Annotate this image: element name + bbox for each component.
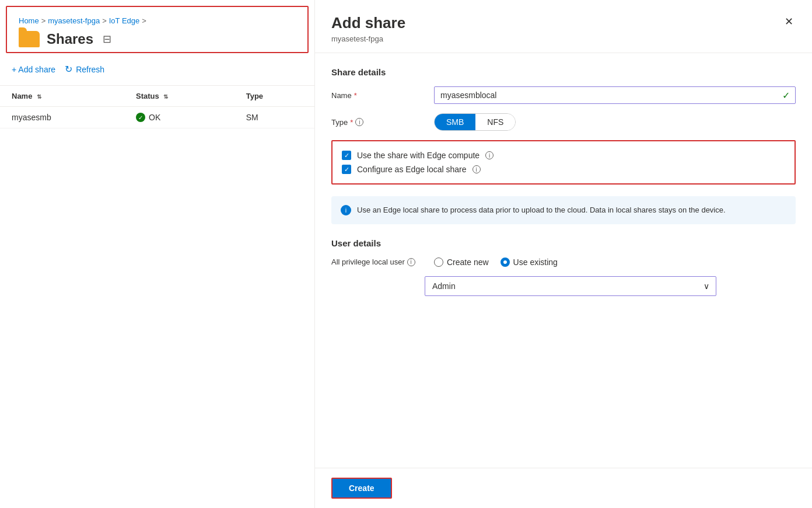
name-sort-icon[interactable]: ⇅ bbox=[37, 93, 41, 100]
folder-icon bbox=[19, 31, 40, 47]
breadcrumb: Home > myasetest-fpga > IoT Edge > bbox=[19, 16, 296, 25]
edge-compute-label[interactable]: Use the share with Edge compute bbox=[357, 151, 480, 160]
breadcrumb-home[interactable]: Home bbox=[19, 16, 39, 25]
shares-table-area: Name ⇅ Status ⇅ Type myasesmb bbox=[0, 86, 314, 508]
edge-compute-info-icon[interactable]: i bbox=[485, 151, 494, 159]
name-input[interactable] bbox=[434, 86, 796, 104]
panel-title-area: Add share myasetest-fpga bbox=[331, 14, 405, 43]
row-name: myasesmb bbox=[0, 107, 124, 128]
breadcrumb-sep-2: > bbox=[102, 16, 107, 25]
type-info-icon[interactable]: i bbox=[355, 118, 363, 126]
info-box-icon: i bbox=[341, 205, 351, 215]
edge-compute-check: ✓ bbox=[344, 152, 349, 159]
add-share-label: + Add share bbox=[12, 65, 55, 74]
edge-compute-row: ✓ Use the share with Edge compute i bbox=[342, 151, 785, 160]
edge-compute-section: ✓ Use the share with Edge compute i ✓ Co… bbox=[331, 140, 796, 185]
user-privilege-row: All privilege local user i Create new Us… bbox=[331, 258, 796, 267]
name-check-icon: ✓ bbox=[782, 90, 790, 101]
row-type: SM bbox=[235, 107, 314, 128]
user-dropdown-wrapper: Admin ∨ bbox=[425, 276, 796, 296]
panel-footer: Create bbox=[315, 468, 812, 508]
panel-body: Share details Name * ✓ Type * i SMB NFS bbox=[315, 53, 812, 468]
col-name[interactable]: Name ⇅ bbox=[0, 86, 124, 107]
left-panel: Home > myasetest-fpga > IoT Edge > Share… bbox=[0, 0, 315, 508]
breadcrumb-sep-1: > bbox=[41, 16, 46, 25]
type-required: * bbox=[350, 118, 353, 127]
edge-local-info-icon[interactable]: i bbox=[473, 165, 481, 173]
user-dropdown[interactable]: Admin bbox=[425, 276, 716, 296]
header-boxed-area: Home > myasetest-fpga > IoT Edge > Share… bbox=[6, 6, 309, 53]
use-existing-radio[interactable] bbox=[501, 258, 510, 267]
smb-button[interactable]: SMB bbox=[435, 114, 475, 130]
create-button[interactable]: Create bbox=[331, 478, 392, 499]
name-required: * bbox=[354, 91, 357, 100]
col-status[interactable]: Status ⇅ bbox=[124, 86, 235, 107]
ok-status-icon: ✓ bbox=[136, 113, 145, 122]
close-button[interactable]: ✕ bbox=[782, 14, 796, 29]
right-panel: Add share myasetest-fpga ✕ Share details… bbox=[315, 0, 812, 508]
name-row: Name * ✓ bbox=[331, 86, 796, 104]
row-status: ✓ OK bbox=[124, 107, 235, 128]
panel-subtitle: myasetest-fpga bbox=[331, 34, 405, 43]
panel-title: Add share bbox=[331, 14, 405, 32]
refresh-icon: ↻ bbox=[65, 64, 72, 75]
type-row: Type * i SMB NFS bbox=[331, 113, 796, 131]
info-box: i Use an Edge local share to process dat… bbox=[331, 196, 796, 224]
refresh-label: Refresh bbox=[76, 65, 104, 74]
edge-local-check: ✓ bbox=[344, 166, 349, 173]
create-new-option[interactable]: Create new bbox=[434, 258, 489, 267]
shares-table: Name ⇅ Status ⇅ Type myasesmb bbox=[0, 86, 314, 128]
edge-local-checkbox[interactable]: ✓ bbox=[342, 165, 351, 174]
type-toggle: SMB NFS bbox=[434, 113, 516, 131]
breadcrumb-sep-3: > bbox=[142, 16, 146, 25]
status-sort-icon[interactable]: ⇅ bbox=[163, 93, 168, 100]
table-row[interactable]: myasesmb ✓ OK SM bbox=[0, 107, 314, 128]
panel-header: Add share myasetest-fpga ✕ bbox=[315, 0, 812, 53]
page-header: Shares ⊟ bbox=[19, 31, 296, 47]
user-privilege-label: All privilege local user i bbox=[331, 258, 425, 266]
use-existing-label: Use existing bbox=[513, 258, 558, 267]
info-box-text: Use an Edge local share to process data … bbox=[357, 204, 726, 216]
create-new-radio[interactable] bbox=[434, 258, 443, 267]
create-new-label: Create new bbox=[447, 258, 489, 267]
user-details-title: User details bbox=[331, 238, 796, 248]
refresh-button[interactable]: ↻ Refresh bbox=[65, 61, 104, 77]
use-existing-option[interactable]: Use existing bbox=[501, 258, 558, 267]
type-label: Type * i bbox=[331, 118, 425, 127]
print-icon[interactable]: ⊟ bbox=[103, 33, 111, 46]
name-input-wrapper: ✓ bbox=[434, 86, 796, 104]
breadcrumb-iot[interactable]: IoT Edge bbox=[109, 16, 140, 25]
nfs-button[interactable]: NFS bbox=[475, 114, 515, 130]
breadcrumb-fpga[interactable]: myasetest-fpga bbox=[48, 16, 100, 25]
name-label: Name * bbox=[331, 91, 425, 100]
user-details-section: User details All privilege local user i … bbox=[331, 238, 796, 296]
edge-local-label[interactable]: Configure as Edge local share bbox=[357, 165, 467, 174]
toolbar: + Add share ↻ Refresh bbox=[0, 53, 314, 86]
user-dropdown-outer: Admin ∨ bbox=[425, 276, 716, 296]
page-title: Shares bbox=[47, 31, 93, 47]
table-header-row: Name ⇅ Status ⇅ Type bbox=[0, 86, 314, 107]
add-share-button[interactable]: + Add share bbox=[12, 62, 55, 76]
user-privilege-info-icon[interactable]: i bbox=[407, 258, 415, 266]
col-type[interactable]: Type bbox=[235, 86, 314, 107]
radio-group: Create new Use existing bbox=[434, 258, 796, 267]
edge-local-row: ✓ Configure as Edge local share i bbox=[342, 165, 785, 174]
edge-compute-checkbox[interactable]: ✓ bbox=[342, 151, 351, 160]
share-details-title: Share details bbox=[331, 67, 796, 77]
